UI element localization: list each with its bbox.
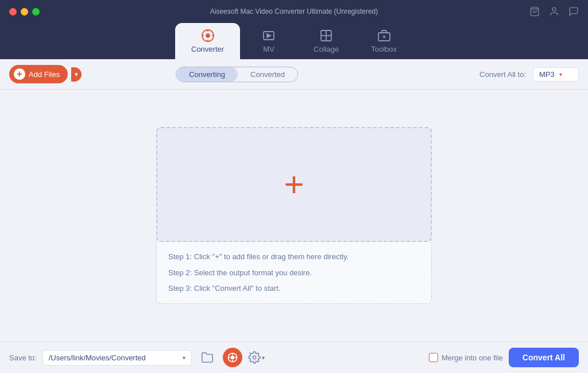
converted-tab-button[interactable]: Converted: [238, 67, 297, 82]
cart-icon[interactable]: [529, 6, 540, 17]
maximize-button[interactable]: [32, 8, 40, 16]
svg-point-21: [253, 356, 256, 359]
convert-all-to-label: Convert All to:: [479, 70, 526, 79]
format-select[interactable]: MP3 ▾: [533, 67, 579, 82]
add-files-label: Add Files: [29, 70, 60, 79]
add-files-plus-icon-large: +: [284, 167, 304, 202]
user-icon[interactable]: [549, 6, 559, 17]
save-to-label: Save to:: [9, 353, 37, 362]
burn-button[interactable]: [223, 348, 242, 367]
format-select-arrow-icon: ▾: [559, 71, 562, 78]
add-files-plus-icon: +: [14, 68, 25, 80]
tab-toolbox[interactable]: Toolbox: [355, 23, 413, 59]
tab-toolbox-label: Toolbox: [371, 45, 397, 53]
traffic-lights: [9, 8, 40, 16]
tab-mv[interactable]: MV: [240, 23, 297, 59]
minimize-button[interactable]: [21, 8, 28, 16]
convert-all-button[interactable]: Convert All: [509, 348, 579, 367]
tab-mv-label: MV: [263, 45, 274, 53]
toolbar: + Add Files ▾ Converting Converted Conve…: [0, 59, 588, 90]
tab-collage-label: Collage: [314, 45, 339, 53]
tab-bar: Converter MV Collage Toolbox: [0, 23, 588, 59]
converting-tab-button[interactable]: Converting: [176, 67, 238, 82]
converting-converted-toggle: Converting Converted: [176, 67, 298, 82]
bottom-bar: Save to: /Users/link/Movies/Converted ▾: [0, 341, 588, 373]
title-bar: Aiseesoft Mac Video Converter Ultimate (…: [0, 0, 588, 23]
svg-point-16: [230, 356, 234, 360]
tab-converter-label: Converter: [191, 45, 224, 53]
save-path-arrow-icon: ▾: [183, 355, 185, 361]
format-value: MP3: [539, 70, 555, 79]
comment-icon[interactable]: [568, 6, 579, 17]
merge-checkbox-area: Merge into one file: [429, 353, 503, 362]
merge-checkbox[interactable]: [429, 353, 438, 362]
tab-converter[interactable]: Converter: [175, 23, 240, 59]
step2-text: Step 2: Select the output format you des…: [168, 267, 420, 279]
main-content: + Add Files ▾ Converting Converted Conve…: [0, 59, 588, 373]
save-path-value: /Users/link/Movies/Converted: [49, 353, 146, 362]
settings-button[interactable]: ▾: [248, 351, 265, 364]
add-files-dropdown-arrow[interactable]: ▾: [71, 67, 82, 82]
settings-arrow-icon: ▾: [262, 355, 265, 361]
close-button[interactable]: [9, 8, 17, 16]
open-folder-button[interactable]: [198, 348, 217, 367]
svg-point-3: [206, 34, 210, 37]
svg-point-1: [552, 7, 556, 11]
drop-area: + Step 1: Click "+" to add files or drag…: [0, 90, 588, 341]
step3-text: Step 3: Click "Convert All" to start.: [168, 283, 420, 294]
merge-label: Merge into one file: [442, 353, 503, 362]
title-bar-actions: [529, 6, 579, 17]
add-files-button[interactable]: + Add Files: [9, 65, 68, 83]
instructions-box: Step 1: Click "+" to add files or drag t…: [156, 242, 432, 304]
tab-collage[interactable]: Collage: [297, 23, 355, 59]
step1-text: Step 1: Click "+" to add files or drag t…: [168, 251, 420, 263]
save-path-select[interactable]: /Users/link/Movies/Converted ▾: [42, 350, 192, 366]
drop-zone[interactable]: +: [156, 127, 432, 242]
app-title: Aiseesoft Mac Video Converter Ultimate (…: [210, 7, 378, 16]
